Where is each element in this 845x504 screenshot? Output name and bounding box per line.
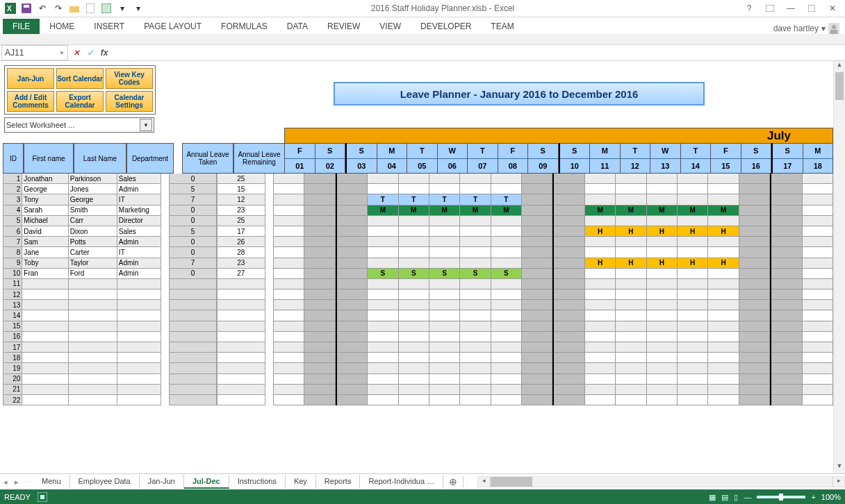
- cal-cell[interactable]: [429, 300, 460, 310]
- cal-cell[interactable]: [554, 342, 584, 353]
- cal-cell[interactable]: [771, 353, 802, 363]
- leave-code[interactable]: M: [429, 205, 459, 215]
- cal-cell[interactable]: [585, 332, 616, 342]
- cal-cell[interactable]: [273, 258, 304, 269]
- cal-cell[interactable]: [708, 247, 739, 258]
- cal-cell[interactable]: [739, 321, 770, 332]
- sheet-nav-first-icon[interactable]: ◂: [0, 478, 11, 487]
- cell-remain[interactable]: [217, 385, 265, 395]
- cal-cell[interactable]: [429, 237, 460, 247]
- cal-cell[interactable]: [304, 269, 335, 279]
- cal-cell[interactable]: [771, 321, 802, 332]
- cal-cell[interactable]: [429, 310, 460, 321]
- close-icon[interactable]: ✕: [823, 1, 842, 15]
- cal-cell[interactable]: [739, 310, 770, 321]
- cal-cell[interactable]: [585, 342, 616, 353]
- cell-first[interactable]: Toby: [22, 258, 68, 269]
- cal-cell[interactable]: [803, 279, 833, 289]
- cal-cell[interactable]: [460, 216, 491, 226]
- cal-cell[interactable]: [803, 363, 833, 373]
- cal-cell[interactable]: [399, 385, 429, 395]
- cell-last[interactable]: George: [69, 194, 117, 205]
- file-tab[interactable]: FILE: [3, 19, 40, 34]
- cal-cell[interactable]: [460, 279, 491, 289]
- cal-cell[interactable]: [368, 226, 398, 237]
- cal-cell[interactable]: [647, 300, 678, 310]
- cal-cell[interactable]: [304, 184, 335, 194]
- cal-cell[interactable]: [337, 310, 368, 321]
- cal-cell[interactable]: [647, 385, 678, 395]
- cell-first[interactable]: [22, 321, 68, 332]
- cal-cell[interactable]: [304, 247, 335, 258]
- cal-cell[interactable]: [337, 205, 368, 216]
- cell-dept[interactable]: [117, 385, 161, 395]
- cell-dept[interactable]: Sales: [117, 174, 161, 184]
- cal-cell[interactable]: [273, 194, 304, 205]
- cell-taken[interactable]: [169, 353, 217, 363]
- cell-id[interactable]: 7: [3, 237, 22, 247]
- cell-taken[interactable]: 0: [169, 205, 217, 216]
- cal-cell[interactable]: [803, 205, 833, 216]
- cal-cell[interactable]: [647, 194, 678, 205]
- cal-cell[interactable]: [554, 289, 584, 300]
- cal-cell[interactable]: [429, 258, 460, 269]
- cell-taken[interactable]: 5: [169, 226, 217, 237]
- cal-cell[interactable]: [522, 321, 552, 332]
- cal-cell[interactable]: [337, 279, 368, 289]
- cal-cell[interactable]: [337, 289, 368, 300]
- cal-cell[interactable]: [399, 289, 429, 300]
- cal-cell[interactable]: [273, 395, 304, 405]
- cal-cell[interactable]: [304, 226, 335, 237]
- cal-cell[interactable]: [771, 184, 802, 194]
- cal-cell[interactable]: M: [616, 205, 646, 216]
- minimize-icon[interactable]: —: [781, 1, 801, 15]
- cell-first[interactable]: [22, 342, 68, 353]
- cal-cell[interactable]: [460, 353, 491, 363]
- cal-cell[interactable]: [708, 321, 739, 332]
- user-menu[interactable]: dave hartley ▾: [771, 23, 842, 34]
- scroll-up-icon[interactable]: ▲: [834, 61, 845, 72]
- cell-remain[interactable]: [217, 342, 265, 353]
- cell-taken[interactable]: [169, 395, 217, 405]
- cal-cell[interactable]: [771, 363, 802, 373]
- tab-formulas[interactable]: FORMULAS: [211, 19, 277, 34]
- cell-id[interactable]: 5: [3, 216, 22, 226]
- cal-cell[interactable]: [678, 342, 708, 353]
- cal-cell[interactable]: [337, 395, 368, 405]
- cal-cell[interactable]: [368, 289, 398, 300]
- cal-cell[interactable]: [678, 194, 708, 205]
- tab-data[interactable]: DATA: [277, 19, 318, 34]
- cell-last[interactable]: [69, 279, 117, 289]
- cal-cell[interactable]: [460, 184, 491, 194]
- cal-cell[interactable]: [771, 342, 802, 353]
- cal-cell[interactable]: [522, 237, 552, 247]
- cal-cell[interactable]: M: [429, 205, 460, 216]
- cal-cell[interactable]: [647, 247, 678, 258]
- cal-cell[interactable]: [554, 374, 584, 385]
- cell-remain[interactable]: 28: [217, 247, 265, 258]
- cal-cell[interactable]: [273, 269, 304, 279]
- cal-cell[interactable]: T: [429, 194, 460, 205]
- cal-cell[interactable]: [273, 363, 304, 373]
- cal-cell[interactable]: [399, 395, 429, 405]
- cal-cell[interactable]: [739, 300, 770, 310]
- cal-cell[interactable]: [304, 321, 335, 332]
- sheet-tab-jul-dec[interactable]: Jul-Dec: [184, 475, 229, 489]
- cal-cell[interactable]: [739, 279, 770, 289]
- cal-cell[interactable]: [460, 385, 491, 395]
- zoom-out-icon[interactable]: —: [744, 493, 751, 501]
- cal-cell[interactable]: [429, 226, 460, 237]
- cell-last[interactable]: [69, 321, 117, 332]
- cal-cell[interactable]: [616, 237, 646, 247]
- hscroll-thumb[interactable]: [491, 477, 532, 487]
- leave-code[interactable]: H: [616, 226, 646, 236]
- cal-cell[interactable]: [803, 395, 833, 405]
- cal-cell[interactable]: [708, 279, 739, 289]
- cal-cell[interactable]: [771, 174, 802, 184]
- cal-cell[interactable]: M: [708, 205, 739, 216]
- cal-cell[interactable]: [803, 269, 833, 279]
- cell-last[interactable]: [69, 342, 117, 353]
- cal-cell[interactable]: [739, 374, 770, 385]
- cal-cell[interactable]: M: [399, 205, 429, 216]
- cal-cell[interactable]: [337, 300, 368, 310]
